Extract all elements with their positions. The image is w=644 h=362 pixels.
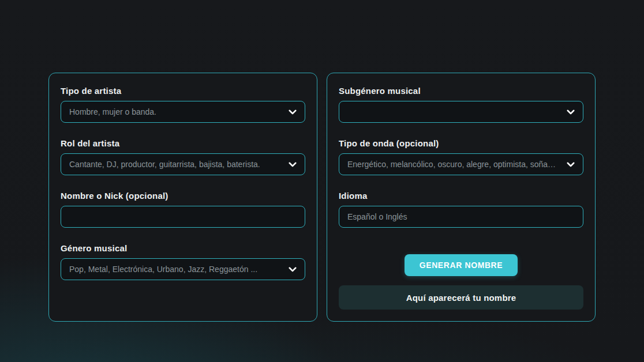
- field-tipo-de-artista: Tipo de artista Hombre, mujer o banda.: [61, 86, 305, 123]
- idioma-input[interactable]: [339, 206, 583, 228]
- nombre-o-nick-input[interactable]: [61, 206, 305, 228]
- tipo-de-artista-select[interactable]: Hombre, mujer o banda.: [61, 101, 305, 123]
- generate-name-button[interactable]: GENERAR NOMBRE: [405, 254, 518, 276]
- field-tipo-de-onda: Tipo de onda (opcional) Energético, mela…: [339, 138, 583, 175]
- tipo-de-artista-label: Tipo de artista: [61, 86, 305, 96]
- result-placeholder-text: Aquí aparecerá tu nombre: [406, 293, 516, 303]
- subgenero-musical-select[interactable]: [339, 101, 583, 123]
- genero-musical-placeholder: Pop, Metal, Electrónica, Urbano, Jazz, R…: [61, 265, 305, 274]
- tipo-de-onda-placeholder: Energético, melancólico, oscuro, alegre,…: [339, 160, 583, 169]
- nombre-o-nick-label: Nombre o Nick (opcional): [61, 191, 305, 201]
- field-subgenero-musical: Subgénero musical: [339, 86, 583, 123]
- rol-del-artista-select[interactable]: Cantante, DJ, productor, guitarrista, ba…: [61, 153, 305, 175]
- artist-details-panel: Tipo de artista Hombre, mujer o banda. R…: [48, 73, 317, 322]
- field-nombre-o-nick: Nombre o Nick (opcional): [61, 191, 305, 228]
- genero-musical-select[interactable]: Pop, Metal, Electrónica, Urbano, Jazz, R…: [61, 258, 305, 280]
- field-idioma: Idioma: [339, 191, 583, 228]
- form-panels-container: Tipo de artista Hombre, mujer o banda. R…: [0, 73, 644, 322]
- tipo-de-onda-label: Tipo de onda (opcional): [339, 138, 583, 148]
- idioma-label: Idioma: [339, 191, 583, 201]
- subgenero-musical-label: Subgénero musical: [339, 86, 583, 96]
- tipo-de-onda-select[interactable]: Energético, melancólico, oscuro, alegre,…: [339, 153, 583, 175]
- field-rol-del-artista: Rol del artista Cantante, DJ, productor,…: [61, 138, 305, 175]
- genero-musical-label: Género musical: [61, 243, 305, 253]
- result-display-box: Aquí aparecerá tu nombre: [339, 285, 583, 310]
- field-genero-musical: Género musical Pop, Metal, Electrónica, …: [61, 243, 305, 280]
- generate-button-row: GENERAR NOMBRE: [339, 254, 583, 276]
- tipo-de-artista-placeholder: Hombre, mujer o banda.: [61, 107, 305, 116]
- chevron-down-icon: [566, 107, 576, 117]
- generator-panel: Subgénero musical Tipo de onda (opcional…: [327, 73, 596, 322]
- rol-del-artista-label: Rol del artista: [61, 138, 305, 148]
- rol-del-artista-placeholder: Cantante, DJ, productor, guitarrista, ba…: [61, 160, 305, 169]
